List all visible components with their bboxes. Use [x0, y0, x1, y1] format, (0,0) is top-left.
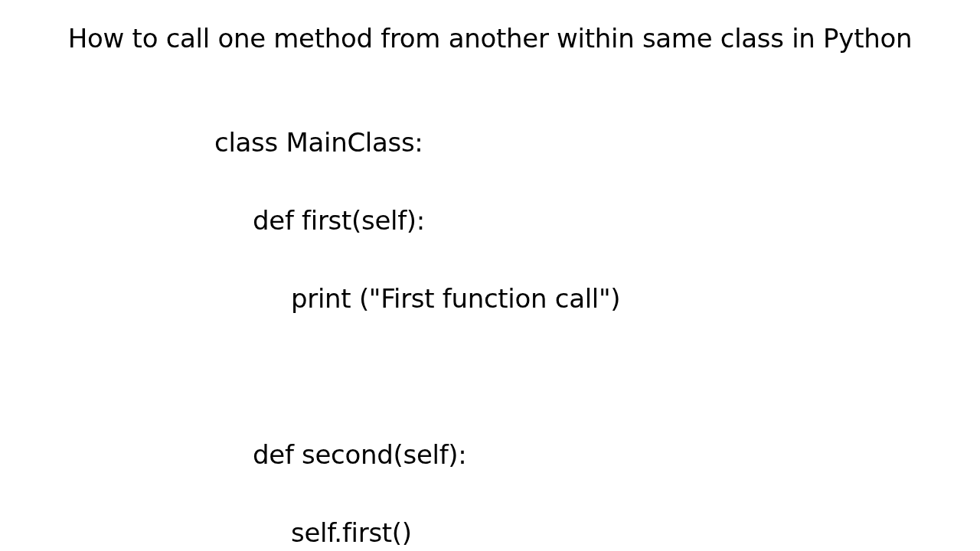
code-line-print-first: print ("First function call"): [214, 279, 980, 318]
code-block: class MainClass: def first(self): print …: [214, 84, 980, 551]
code-line-method-first: def first(self):: [214, 201, 980, 240]
blank-line: [214, 357, 980, 396]
code-line-class-def: class MainClass:: [214, 123, 980, 162]
code-line-self-first: self.first(): [214, 514, 980, 551]
code-line-method-second: def second(self):: [214, 435, 980, 474]
page-title: How to call one method from another with…: [0, 0, 980, 84]
